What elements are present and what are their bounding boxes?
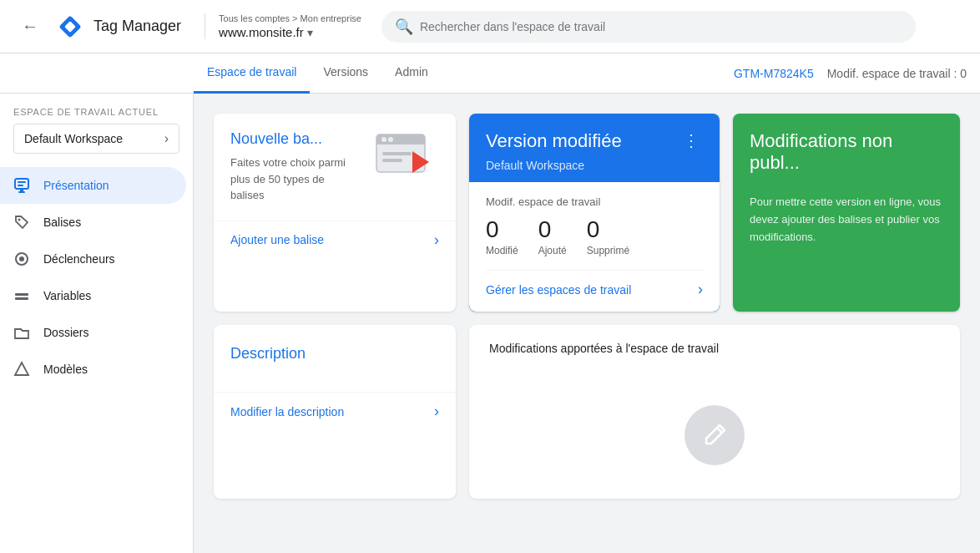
card-modifications-non-publiees: Modifications non publ... Pour mettre ce… bbox=[733, 114, 960, 312]
variables-icon bbox=[13, 287, 30, 304]
stat-supprime: 0 Supprimé bbox=[587, 218, 629, 256]
modifier-description-link[interactable]: Modifier la description bbox=[230, 405, 344, 419]
sidebar-item-variables[interactable]: Variables bbox=[0, 277, 186, 314]
modifications-non-publiees-body: Pour mettre cette version en ligne, vous… bbox=[750, 194, 943, 246]
card-nouvelle-balise: Nouvelle ba... Faites votre choix parmi … bbox=[214, 114, 456, 312]
svg-point-9 bbox=[19, 256, 24, 261]
stat-modifie-label: Modifié bbox=[486, 245, 518, 256]
nouvelle-balise-title: Nouvelle ba... bbox=[230, 130, 359, 148]
sidebar-item-label: Balises bbox=[43, 216, 81, 229]
workspace-name: Default Workspace bbox=[24, 132, 123, 145]
stat-modifie: 0 Modifié bbox=[486, 218, 518, 256]
tab-admin[interactable]: Admin bbox=[381, 53, 442, 94]
workspace-mods-title: Modifications apportées à l'espace de tr… bbox=[489, 342, 940, 355]
search-input[interactable] bbox=[420, 20, 902, 33]
topbar-left: ← Tag Manager Tous les comptes > Mon ent… bbox=[13, 10, 361, 43]
card-version-header: Version modifiée Default Workspace ⋮ bbox=[469, 114, 720, 182]
tab-workspace[interactable]: Espace de travail bbox=[194, 53, 310, 94]
search-bar: 🔍 bbox=[381, 11, 916, 43]
cards-row-1: Nouvelle ba... Faites votre choix parmi … bbox=[214, 114, 960, 312]
tag-illustration bbox=[372, 130, 439, 189]
workspace-section-label: ESPACE DE TRAVAIL ACTUEL bbox=[13, 107, 179, 117]
card-text: Nouvelle ba... Faites votre choix parmi … bbox=[230, 130, 359, 204]
svg-rect-6 bbox=[18, 191, 25, 193]
account-dropdown[interactable]: www.monsite.fr ▾ bbox=[219, 25, 361, 39]
svg-rect-10 bbox=[15, 293, 28, 296]
sidebar-item-label: Dossiers bbox=[43, 326, 88, 339]
svg-rect-3 bbox=[18, 181, 26, 183]
nav-tabs: Espace de travail Versions Admin GTM-M78… bbox=[0, 53, 980, 94]
sidebar-item-label: Déclencheurs bbox=[43, 252, 115, 266]
account-name: www.monsite.fr bbox=[219, 25, 304, 39]
dropdown-arrow-icon: ▾ bbox=[307, 26, 313, 39]
card-desc-body: Description bbox=[214, 325, 456, 392]
stat-ajoute: 0 Ajouté bbox=[538, 218, 567, 256]
empty-state-icon bbox=[684, 405, 745, 465]
nav-right: GTM-M7824K5 Modif. espace de travail : 0 bbox=[734, 67, 967, 80]
search-icon: 🔍 bbox=[395, 18, 413, 36]
nouvelle-balise-desc: Faites votre choix parmi plus de 50 type… bbox=[230, 155, 359, 204]
topbar: ← Tag Manager Tous les comptes > Mon ent… bbox=[0, 0, 980, 53]
sidebar-item-modeles[interactable]: Modèles bbox=[0, 351, 186, 388]
version-more-button[interactable]: ⋮ bbox=[679, 130, 703, 150]
svg-point-16 bbox=[381, 137, 386, 142]
svg-rect-18 bbox=[382, 152, 412, 155]
svg-rect-19 bbox=[382, 159, 402, 162]
dossiers-icon bbox=[13, 324, 30, 341]
stat-supprime-label: Supprimé bbox=[587, 245, 629, 256]
cards-row-2: Description Modifier la description › Mo… bbox=[214, 325, 960, 499]
account-selector: Tous les comptes > Mon entreprise www.mo… bbox=[205, 13, 361, 39]
svg-point-7 bbox=[18, 219, 21, 221]
manage-link-arrow-icon: › bbox=[698, 281, 703, 298]
svg-rect-4 bbox=[18, 185, 23, 186]
app-title: Tag Manager bbox=[93, 18, 181, 35]
ajouter-balise-link[interactable]: Ajouter une balise bbox=[230, 233, 324, 246]
svg-rect-11 bbox=[15, 297, 28, 300]
stat-modifie-num: 0 bbox=[486, 218, 518, 241]
sidebar-item-dossiers[interactable]: Dossiers bbox=[0, 314, 186, 351]
card-footer: Ajouter une balise › bbox=[214, 221, 456, 259]
empty-state bbox=[489, 388, 940, 482]
card-description-footer: Modifier la description › bbox=[214, 392, 456, 430]
balises-icon bbox=[13, 214, 30, 231]
tag-svg bbox=[372, 130, 439, 189]
card-workspace-mods: Modifications apportées à l'espace de tr… bbox=[469, 325, 960, 499]
stat-ajoute-num: 0 bbox=[538, 218, 567, 241]
sidebar-item-presentation[interactable]: Présentation bbox=[0, 167, 186, 204]
manage-workspaces-link[interactable]: Gérer les espaces de travail bbox=[486, 283, 631, 297]
stats-row: 0 Modifié 0 Ajouté 0 Supprimé bbox=[486, 218, 703, 256]
app-logo bbox=[57, 13, 83, 40]
main-layout: ESPACE DE TRAVAIL ACTUEL Default Workspa… bbox=[0, 94, 980, 553]
card-description: Description Modifier la description › bbox=[214, 325, 456, 499]
content-area: Nouvelle ba... Faites votre choix parmi … bbox=[194, 94, 980, 553]
tab-versions[interactable]: Versions bbox=[310, 53, 381, 94]
card-link-arrow-icon: › bbox=[434, 231, 439, 249]
back-icon: ← bbox=[22, 17, 38, 36]
workspace-section: ESPACE DE TRAVAIL ACTUEL Default Workspa… bbox=[0, 100, 193, 160]
manage-link-row: Gérer les espaces de travail › bbox=[486, 270, 703, 298]
breadcrumb: Tous les comptes > Mon entreprise bbox=[219, 13, 361, 23]
back-button[interactable]: ← bbox=[13, 10, 47, 43]
description-title: Description bbox=[230, 345, 439, 363]
sidebar: ESPACE DE TRAVAIL ACTUEL Default Workspa… bbox=[0, 94, 194, 553]
sidebar-item-balises[interactable]: Balises bbox=[0, 204, 186, 241]
gtm-id: GTM-M7824K5 bbox=[734, 67, 814, 80]
modeles-icon bbox=[13, 361, 30, 378]
svg-marker-12 bbox=[15, 363, 28, 375]
svg-rect-2 bbox=[15, 179, 28, 189]
workspace-selector[interactable]: Default Workspace › bbox=[13, 124, 179, 154]
sidebar-item-label: Modèles bbox=[43, 363, 88, 376]
more-icon: ⋮ bbox=[683, 131, 700, 150]
version-modifiee-title: Version modifiée bbox=[486, 130, 622, 152]
sidebar-item-label: Présentation bbox=[43, 179, 109, 192]
sidebar-nav: Présentation Balises Déclencheurs bbox=[0, 167, 193, 388]
stat-ajoute-label: Ajouté bbox=[538, 245, 567, 256]
sidebar-item-label: Variables bbox=[43, 289, 91, 302]
svg-point-17 bbox=[388, 137, 393, 142]
sidebar-item-declencheurs[interactable]: Déclencheurs bbox=[0, 241, 186, 277]
stat-supprime-num: 0 bbox=[587, 218, 629, 241]
edit-icon bbox=[701, 422, 728, 449]
version-header-text: Version modifiée Default Workspace bbox=[486, 130, 622, 172]
presentation-icon bbox=[13, 177, 30, 194]
version-modifiee-subtitle: Default Workspace bbox=[486, 159, 622, 172]
